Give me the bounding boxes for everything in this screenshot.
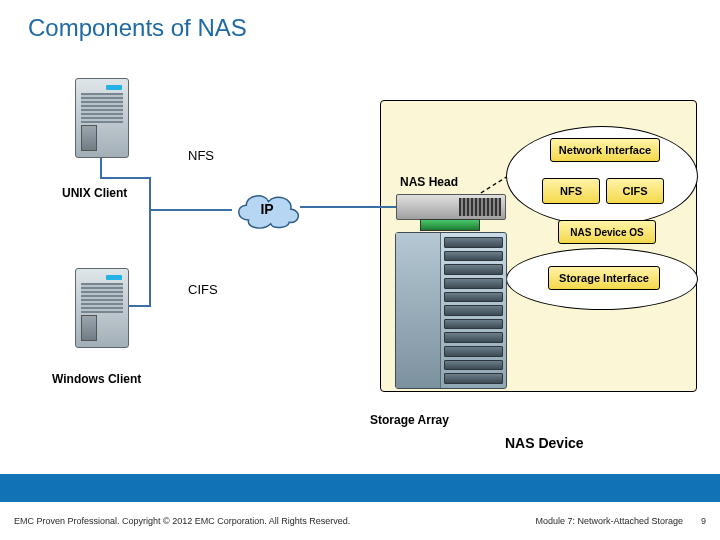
nas-head-icon	[396, 194, 506, 220]
windows-client-icon	[75, 268, 129, 348]
slide-title: Components of NAS	[28, 14, 247, 42]
nas-os-box: NAS Device OS	[558, 220, 656, 244]
nas-head-connector	[420, 219, 480, 231]
nas-device-label: NAS Device	[505, 435, 584, 451]
nas-protocol-nfs-box: NFS	[542, 178, 600, 204]
footer-module: Module 7: Network-Attached Storage	[535, 516, 683, 526]
nas-head-label: NAS Head	[400, 175, 458, 189]
unix-client-label: UNIX Client	[62, 186, 127, 200]
ip-network-cloud-icon: IP	[230, 186, 304, 232]
footer-copyright: EMC Proven Professional. Copyright © 201…	[14, 516, 350, 526]
footer-page-number: 9	[701, 516, 706, 526]
nfs-protocol-label: NFS	[188, 148, 214, 163]
network-interface-box: Network Interface	[550, 138, 660, 162]
ip-cloud-label: IP	[230, 186, 304, 232]
nas-protocol-cifs-box: CIFS	[606, 178, 664, 204]
storage-array-label: Storage Array	[370, 413, 449, 427]
footer-accent-bar	[0, 474, 720, 502]
storage-interface-box: Storage Interface	[548, 266, 660, 290]
unix-client-icon	[75, 78, 129, 158]
cifs-protocol-label: CIFS	[188, 282, 218, 297]
footer: EMC Proven Professional. Copyright © 201…	[0, 502, 720, 540]
storage-array-icon	[395, 232, 507, 389]
windows-client-label: Windows Client	[52, 372, 141, 386]
